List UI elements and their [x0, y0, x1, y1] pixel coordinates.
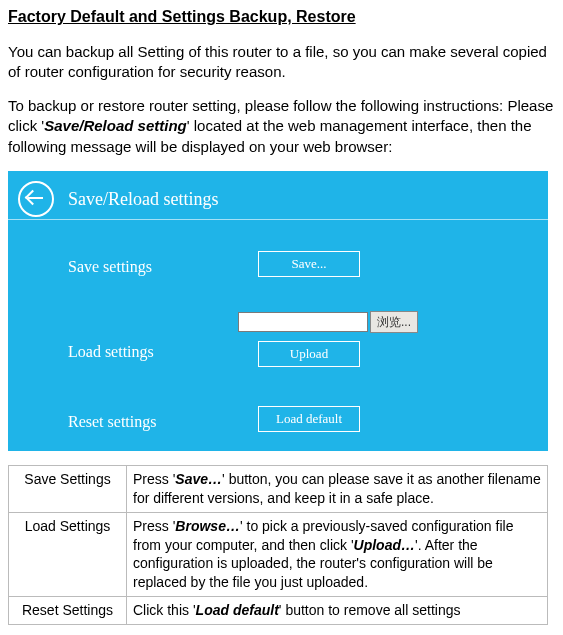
- row-name: Load Settings: [9, 512, 127, 597]
- page-title: Factory Default and Settings Backup, Res…: [8, 6, 555, 28]
- reset-settings-label: Reset settings: [68, 411, 156, 433]
- description-table: Save Settings Press 'Save…' button, you …: [8, 465, 548, 625]
- back-arrow-icon[interactable]: [18, 181, 54, 217]
- load-settings-label: Load settings: [68, 341, 154, 363]
- row-desc: Click this 'Load default' button to remo…: [127, 597, 548, 625]
- save-settings-label: Save settings: [68, 256, 152, 278]
- row-name: Save Settings: [9, 465, 127, 512]
- upload-button[interactable]: Upload: [258, 341, 360, 367]
- intro-paragraph: You can backup all Setting of this route…: [8, 42, 555, 83]
- settings-panel-screenshot: Save/Reload settings Save settings Save.…: [8, 171, 548, 451]
- table-row: Reset Settings Click this 'Load default'…: [9, 597, 548, 625]
- panel-divider: [8, 219, 548, 220]
- table-row: Load Settings Press 'Browse…' to pick a …: [9, 512, 548, 597]
- load-default-button[interactable]: Load default: [258, 406, 360, 432]
- text: Press ': [133, 471, 175, 487]
- text: Click this ': [133, 602, 196, 618]
- row-desc: Press 'Save…' button, you can please sav…: [127, 465, 548, 512]
- bold-text: Upload…: [354, 537, 415, 553]
- file-path-input[interactable]: [238, 312, 368, 332]
- save-button[interactable]: Save...: [258, 251, 360, 277]
- text: ' button to remove all settings: [279, 602, 461, 618]
- text: Press ': [133, 518, 175, 534]
- panel-header: Save/Reload settings: [8, 181, 548, 217]
- table-row: Save Settings Press 'Save…' button, you …: [9, 465, 548, 512]
- browse-button[interactable]: 浏览...: [370, 311, 418, 333]
- bold-text: Save…: [175, 471, 222, 487]
- instructions-paragraph: To backup or restore router setting, ple…: [8, 96, 555, 157]
- instr-bold: Save/Reload setting: [44, 117, 187, 134]
- bold-text: Load default: [196, 602, 279, 618]
- file-chooser: 浏览...: [238, 311, 418, 333]
- bold-text: Browse…: [175, 518, 240, 534]
- row-name: Reset Settings: [9, 597, 127, 625]
- row-desc: Press 'Browse…' to pick a previously-sav…: [127, 512, 548, 597]
- panel-title: Save/Reload settings: [68, 187, 218, 211]
